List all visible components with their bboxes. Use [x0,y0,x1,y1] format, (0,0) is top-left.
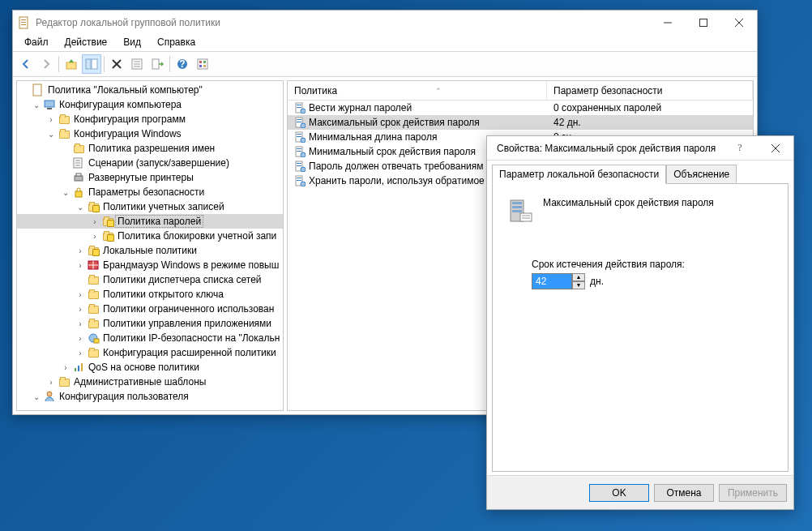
tree-windows-config[interactable]: ⌄Конфигурация Windows [17,126,283,141]
dialog-titlebar[interactable]: Свойства: Максимальный срок действия пар… [487,136,793,161]
dialog-close-button[interactable] [758,136,793,161]
refresh-button[interactable] [193,54,212,74]
tree-computer-config[interactable]: ⌄Конфигурация компьютера [17,97,283,112]
expand-icon[interactable]: › [74,349,87,358]
expand-icon[interactable]: › [45,378,58,387]
collapse-icon[interactable]: ⌄ [45,130,58,139]
tree-security[interactable]: ⌄Параметры безопасности [17,185,283,199]
cancel-button[interactable]: Отмена [654,484,714,502]
nav-back-button[interactable] [16,54,36,74]
tree-label: Политики ограниченного использован [101,303,276,315]
scripts-icon [72,156,85,169]
tree-user-config[interactable]: ⌄Конфигурация пользователя [17,389,283,404]
tab-local-security[interactable]: Параметр локальной безопасности [492,165,666,184]
up-folder-button[interactable] [62,54,81,74]
tree-qos[interactable]: ›QoS на основе политики [17,360,283,375]
tree-netlist[interactable]: Политики диспетчера списка сетей [17,272,283,287]
expand-icon[interactable]: › [74,261,87,270]
collapse-icon[interactable]: ⌄ [30,392,43,401]
spin-up-button[interactable]: ▲ [572,273,585,281]
tree-password-policy[interactable]: ›Политика паролей [17,214,283,229]
tree-ipsec[interactable]: ›Политики IP-безопасности на "Локальн [17,331,283,345]
expand-icon[interactable]: › [88,217,101,226]
maximize-button[interactable] [686,11,721,35]
menu-help[interactable]: Справка [154,35,199,51]
ok-button[interactable]: OK [589,484,649,502]
folder-icon [58,375,71,388]
policy-item-icon [294,146,306,157]
dialog-title: Свойства: Максимальный срок действия пар… [492,143,722,154]
tree-scripts[interactable]: Сценарии (запуск/завершение) [17,156,283,170]
dialog-help-button[interactable]: ? [722,136,758,161]
apply-button[interactable]: Применить [719,484,787,502]
expand-icon[interactable]: › [88,232,101,241]
menu-action[interactable]: Действие [62,35,111,51]
collapse-icon[interactable]: ⌄ [74,203,87,212]
policy-row[interactable]: Вести журнал паролей0 сохраненных пароле… [288,101,753,115]
tree-software-restrict[interactable]: ›Политики ограниченного использован [17,302,283,316]
tree-local-policies[interactable]: ›Локальные политики [17,243,283,258]
tree-label: Политика "Локальный компьютер" [46,84,204,96]
tree-root[interactable]: Политика "Локальный компьютер" [17,83,283,97]
tree-programs[interactable]: ›Конфигурация программ [17,112,283,126]
nav-forward-button[interactable] [36,54,56,74]
unit-label: дн. [590,276,604,287]
expand-icon[interactable]: › [74,334,87,343]
minimize-button[interactable] [650,11,686,35]
tree-pubkey[interactable]: ›Политики открытого ключа [17,287,283,302]
collapse-icon[interactable]: ⌄ [59,188,72,197]
tree-label: Конфигурация Windows [72,128,183,139]
svg-rect-38 [78,366,79,371]
policy-name: Максимальный срок действия пароля [309,117,480,128]
tree-firewall[interactable]: ›Брандмауэр Windows в режиме повыш [17,258,283,272]
tree-adv-audit[interactable]: ›Конфигурация расширенной политики [17,345,283,360]
tree-account-policies[interactable]: ⌄Политики учетных записей [17,199,283,214]
svg-rect-70 [512,210,522,212]
dialog-body: Параметр локальной безопасности Объяснен… [487,161,793,475]
policy-item-icon [294,102,306,113]
expand-icon[interactable]: › [74,246,87,255]
svg-rect-30 [76,173,81,176]
close-button[interactable] [721,11,757,35]
menu-file[interactable]: Файл [21,35,52,51]
help-button[interactable]: ? [173,54,192,74]
tree-lockout-policy[interactable]: ›Политика блокировки учетной запи [17,229,283,243]
toolbar-separator [104,56,105,72]
svg-rect-71 [520,213,532,221]
svg-point-40 [47,392,52,396]
expand-icon[interactable]: › [74,319,87,328]
expand-icon[interactable]: › [59,363,72,372]
folder-icon [58,127,71,140]
delete-button[interactable] [107,54,126,74]
tree-pane[interactable]: Политика "Локальный компьютер" ⌄Конфигур… [16,80,284,411]
collapse-icon[interactable]: ⌄ [30,101,43,109]
titlebar[interactable]: Редактор локальной групповой политики [13,11,757,35]
field-label: Срок истечения действия пароля: [532,259,778,270]
tree-printers[interactable]: Развернутые принтеры [17,170,283,185]
show-hide-tree-button[interactable] [82,54,101,74]
tab-explain[interactable]: Объяснение [666,165,737,184]
menu-view[interactable]: Вид [120,35,144,51]
tree-label: Политики диспетчера списка сетей [101,274,263,285]
tree-admin-templates[interactable]: ›Административные шаблоны [17,375,283,389]
spin-down-button[interactable]: ▼ [572,281,585,289]
firewall-icon [87,259,100,272]
svg-rect-62 [297,178,301,178]
days-input[interactable] [532,273,572,289]
svg-rect-55 [297,151,301,152]
expand-icon[interactable]: › [74,290,87,299]
col-policy-label: Политика [294,85,337,96]
policy-row[interactable]: Максимальный срок действия пароля42 дн. [288,115,753,130]
col-policy[interactable]: Политика⌃ [288,81,547,100]
expand-icon[interactable]: › [74,305,87,314]
tree-name-resolution[interactable]: Политика разрешения имен [17,141,283,156]
expand-icon[interactable]: › [45,115,58,124]
tree-appcontrol[interactable]: ›Политики управления приложениями [17,316,283,331]
folder-icon [72,142,85,155]
svg-rect-46 [297,119,301,120]
col-param[interactable]: Параметр безопасности [547,81,753,100]
svg-rect-36 [94,339,99,343]
export-button[interactable] [147,54,167,74]
properties-button[interactable] [127,54,147,74]
svg-rect-26 [45,101,54,107]
